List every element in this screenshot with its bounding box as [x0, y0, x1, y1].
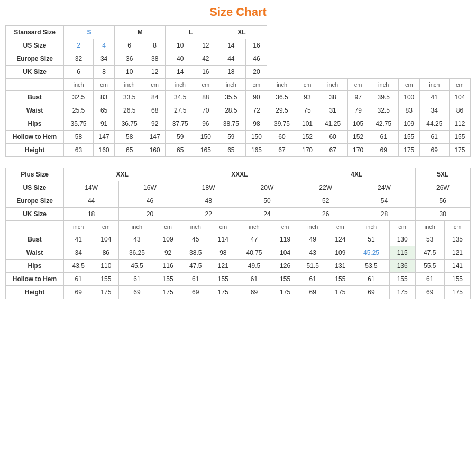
plus-inch-1: inch — [64, 221, 93, 233]
height-l2-cm: 170 — [347, 144, 369, 157]
plus-us-26w: 26W — [415, 181, 470, 194]
plus-hips-label: Hips — [6, 260, 64, 273]
plus-hips-5: 51.5 — [298, 260, 327, 273]
plus-hollow-1cm: 155 — [93, 273, 119, 286]
plus-hollow-4: 61 — [236, 273, 272, 286]
plus-hollow-5cm: 155 — [327, 273, 353, 286]
uk-6: 6 — [64, 66, 94, 79]
hollow-xl1-cm: 155 — [398, 131, 419, 144]
height-l1: 67 — [267, 144, 297, 157]
height-xl2-cm: 175 — [449, 144, 470, 157]
plus-inch-2: inch — [119, 221, 155, 233]
plus-hips-3: 47.5 — [181, 260, 210, 273]
eu-32: 32 — [64, 52, 94, 66]
waist-xl2-cm: 86 — [449, 104, 470, 117]
us-14: 14 — [216, 39, 246, 52]
eu-38: 38 — [144, 52, 166, 66]
plus-hollow-7: 61 — [415, 273, 444, 286]
xxxl-header: XXXL — [181, 168, 298, 181]
plus-us-24w: 24W — [353, 181, 415, 194]
page-title: Size Chart — [5, 5, 471, 19]
xl-header: XL — [216, 26, 267, 39]
hips-l2: 41.25 — [318, 117, 347, 131]
hips-m1-cm: 96 — [195, 117, 216, 131]
waist-s2: 26.5 — [115, 104, 144, 117]
plus-bust-7: 53 — [415, 233, 444, 246]
plus-uk-22: 22 — [181, 208, 236, 221]
plus-bust-5: 49 — [298, 233, 327, 246]
plus-eu-46: 46 — [119, 194, 181, 208]
hollow-s2: 58 — [115, 131, 144, 144]
waist-m1-cm: 70 — [195, 104, 216, 117]
plus-eu-52: 52 — [298, 194, 353, 208]
plus-europe-size-label: Europe Size — [6, 194, 64, 208]
plus-bust-1cm: 104 — [93, 233, 119, 246]
plus-hollow-3cm: 155 — [210, 273, 236, 286]
l-header: L — [166, 26, 216, 39]
hips-xl1-cm: 109 — [398, 117, 419, 131]
us-12: 12 — [195, 39, 216, 52]
plus-hips-1: 43.5 — [64, 260, 93, 273]
us-8: 8 — [144, 39, 166, 52]
plus-hips-2cm: 116 — [155, 260, 181, 273]
plus-waist-label: Waist — [6, 246, 64, 260]
standard-size-table: Stansard Size S M L XL US Size 2 4 6 8 1… — [5, 25, 471, 157]
europe-size-label: Europe Size — [6, 52, 64, 66]
cm-3: cm — [195, 79, 216, 91]
height-m1: 65 — [166, 144, 195, 157]
plus-waist-2: 36.25 — [119, 246, 155, 260]
plus-size-chart: Plus Size XXL XXXL 4XL 5XL US Size 14W 1… — [5, 168, 471, 299]
bust-l2: 38 — [318, 91, 347, 104]
europe-size-row: Europe Size 32 34 36 38 40 42 44 46 — [6, 52, 471, 66]
plus-height-7cm: 175 — [444, 286, 470, 299]
plus-waist-4cm: 104 — [272, 246, 298, 260]
stansard-size-label: Stansard Size — [6, 26, 64, 39]
hollow-xl2-cm: 155 — [449, 131, 470, 144]
plus-hips-4cm: 126 — [272, 260, 298, 273]
plus-waist-4: 40.75 — [236, 246, 272, 260]
height-label: Height — [6, 144, 64, 157]
plus-bust-6: 51 — [353, 233, 389, 246]
plus-header-row: Plus Size XXL XXXL 4XL 5XL — [6, 168, 471, 181]
hips-xl2: 44.25 — [419, 117, 449, 131]
plus-unit-empty — [6, 221, 64, 233]
cm-1: cm — [94, 79, 115, 91]
5xl-header: 5XL — [415, 168, 470, 181]
hips-s1-cm: 91 — [94, 117, 115, 131]
plus-hips-6: 53.5 — [353, 260, 389, 273]
waist-label: Waist — [6, 104, 64, 117]
bust-m2: 35.5 — [216, 91, 246, 104]
plus-inch-7: inch — [415, 221, 444, 233]
eu-46: 46 — [246, 52, 267, 66]
hips-l2-cm: 105 — [347, 117, 369, 131]
plus-us-18w: 18W — [181, 181, 236, 194]
plus-hips-4: 49.5 — [236, 260, 272, 273]
bust-xl2-cm: 104 — [449, 91, 470, 104]
plus-eu-50: 50 — [236, 194, 298, 208]
bust-l2-cm: 97 — [347, 91, 369, 104]
cm-2: cm — [144, 79, 166, 91]
cm-5: cm — [297, 79, 318, 91]
plus-waist-row: Waist 34 86 36.25 92 38.5 98 40.75 104 4… — [6, 246, 471, 260]
hollow-label: Hollow to Hem — [6, 131, 64, 144]
plus-hollow-3: 61 — [181, 273, 210, 286]
height-row: Height 63 160 65 160 65 165 65 165 67 17… — [6, 144, 471, 157]
eu-34: 34 — [94, 52, 115, 66]
plus-bust-6cm: 130 — [389, 233, 415, 246]
uk-8: 8 — [94, 66, 115, 79]
plus-bust-label: Bust — [6, 233, 64, 246]
height-s1-cm: 160 — [94, 144, 115, 157]
plus-uk-size-row: UK Size 18 20 22 24 26 28 30 — [6, 208, 471, 221]
plus-us-16w: 16W — [119, 181, 181, 194]
plus-hollow-6cm: 155 — [389, 273, 415, 286]
plus-uk-18: 18 — [64, 208, 119, 221]
plus-waist-7: 47.5 — [415, 246, 444, 260]
plus-waist-3cm: 98 — [210, 246, 236, 260]
plus-height-2: 69 — [119, 286, 155, 299]
plus-us-22w: 22W — [298, 181, 353, 194]
eu-42: 42 — [195, 52, 216, 66]
hips-row: Hips 35.75 91 36.75 92 37.75 96 38.75 98… — [6, 117, 471, 131]
unit-row-standard: inch cm inch cm inch cm inch cm inch cm … — [6, 79, 471, 91]
cm-7: cm — [398, 79, 419, 91]
waist-m2: 28.5 — [216, 104, 246, 117]
